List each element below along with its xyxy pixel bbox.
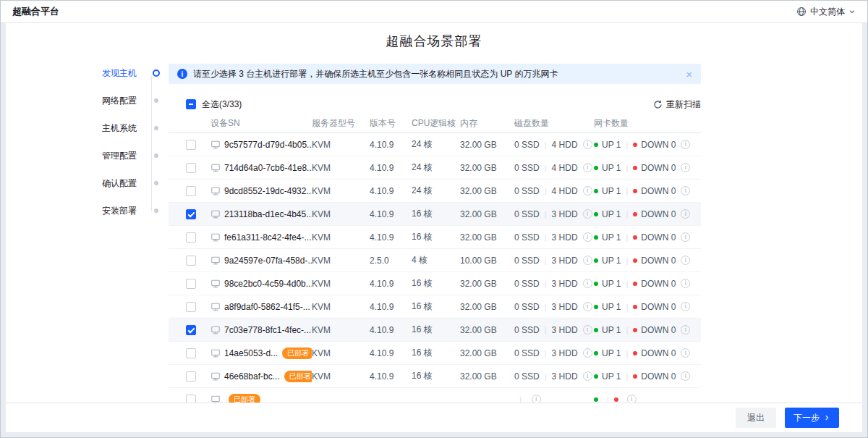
- hdd-count: 3 HDD: [552, 348, 578, 358]
- step-discover-hosts[interactable]: 发现主机: [6, 59, 169, 87]
- cpu-cores: 16 核: [412, 370, 460, 382]
- table-body[interactable]: 9c57577d-d79d-4b05... KVM 4.10.9 24 核 32…: [169, 133, 701, 403]
- row-checkbox[interactable]: [186, 232, 196, 243]
- cpu-cores: 24 核: [412, 161, 460, 174]
- exit-button[interactable]: 退出: [736, 408, 776, 428]
- row-checkbox[interactable]: [186, 163, 196, 173]
- version-number: 4.10.9: [370, 186, 412, 196]
- disk-info-icon[interactable]: i: [583, 256, 592, 265]
- row-checkbox[interactable]: [186, 348, 196, 358]
- step-label: 网络配置: [102, 95, 137, 107]
- table-row[interactable]: 9a24597e-07fa-458d-... KVM 2.5.0 4 核 10.…: [169, 249, 701, 272]
- down-status-dot: [633, 212, 637, 216]
- nic-info-icon[interactable]: i: [681, 256, 690, 265]
- rescan-button[interactable]: 重新扫描: [653, 98, 701, 111]
- select-all-checkbox[interactable]: [186, 99, 196, 109]
- row-checkbox[interactable]: [186, 209, 196, 219]
- disk-info-icon[interactable]: i: [583, 163, 592, 172]
- table-row[interactable]: a8f9daf0-5862-41f5-... KVM 4.10.9 16 核 3…: [169, 295, 701, 319]
- step-confirm-config[interactable]: 确认配置: [6, 169, 169, 197]
- host-icon: [210, 348, 221, 358]
- down-status-dot: [633, 282, 637, 286]
- up-status-dot: [594, 374, 598, 379]
- table-row[interactable]: 9dcd8552-19dc-4932... KVM 4.10.9 24 核 32…: [169, 180, 701, 203]
- ssd-count: 0 SSD: [514, 163, 540, 173]
- nic-info-icon[interactable]: i: [681, 348, 690, 358]
- row-checkbox[interactable]: [186, 279, 196, 289]
- close-icon[interactable]: ×: [686, 69, 692, 80]
- deployed-badge: 已部署: [282, 348, 312, 359]
- row-checkbox[interactable]: [186, 140, 196, 150]
- column-header-version: 版本号: [370, 117, 412, 130]
- nic-info-icon[interactable]: i: [681, 232, 690, 242]
- divider: |: [607, 395, 609, 403]
- nic-info-icon[interactable]: i: [681, 279, 690, 288]
- memory-size: 32.00 GB: [460, 232, 514, 243]
- divider: |: [519, 395, 522, 403]
- memory-size: 32.00 GB: [460, 279, 514, 289]
- table-row[interactable]: 46e68baf-bc... 已部署 KVM 4.10.9 16 核 32.00…: [169, 365, 701, 388]
- table-row[interactable]: 7c03e778-8fc1-4fec-... KVM 4.10.9 16 核 3…: [169, 319, 701, 342]
- row-checkbox[interactable]: [186, 302, 196, 312]
- step-install-deploy[interactable]: 安装部署: [6, 197, 169, 224]
- language-switcher[interactable]: 中文简体: [796, 6, 856, 18]
- disk-info-icon[interactable]: i: [583, 140, 592, 149]
- row-checkbox[interactable]: [186, 395, 196, 403]
- divider: |: [626, 187, 628, 195]
- row-checkbox[interactable]: [186, 256, 196, 266]
- disk-info-icon[interactable]: i: [583, 209, 592, 219]
- device-sn: 9c57577d-d79d-4b05...: [224, 140, 312, 150]
- disk-info-icon[interactable]: i: [583, 279, 592, 288]
- table-row[interactable]: 213118ba-d1ec-4b45... KVM 4.10.9 16 核 32…: [169, 203, 701, 226]
- disk-info-icon[interactable]: i: [583, 302, 592, 311]
- language-label: 中文简体: [810, 6, 845, 18]
- version-number: 2.5.0: [370, 256, 412, 266]
- cpu-cores: 16 核: [412, 277, 460, 290]
- table-row[interactable]: 已部署 | i | i: [169, 388, 701, 403]
- table-row[interactable]: 98ce2bc0-4c59-4d0b... KVM 4.10.9 16 核 32…: [169, 272, 701, 295]
- version-number: 4.10.9: [370, 302, 412, 312]
- table-row[interactable]: 9c57577d-d79d-4b05... KVM 4.10.9 24 核 32…: [169, 133, 701, 156]
- disk-info-icon[interactable]: i: [583, 348, 592, 358]
- divider: |: [545, 279, 547, 288]
- server-model: KVM: [312, 348, 370, 358]
- nic-info-icon[interactable]: i: [681, 209, 690, 219]
- row-checkbox[interactable]: [186, 186, 196, 196]
- row-checkbox[interactable]: [186, 371, 196, 382]
- nic-info-icon[interactable]: i: [681, 140, 690, 149]
- divider: |: [545, 372, 547, 381]
- nic-info-icon[interactable]: i: [681, 163, 690, 172]
- down-status-dot: [633, 143, 637, 147]
- row-checkbox[interactable]: [186, 325, 196, 335]
- table-row[interactable]: 14ae5053-d... 已部署 KVM 4.10.9 16 核 32.00 …: [169, 342, 701, 365]
- nic-info-icon[interactable]: i: [681, 302, 690, 311]
- nic-info-icon[interactable]: i: [681, 371, 690, 381]
- next-step-button[interactable]: 下一步: [785, 408, 839, 428]
- step-management-config[interactable]: 管理配置: [6, 142, 169, 169]
- hdd-count: 3 HDD: [552, 279, 578, 289]
- nic-info-icon[interactable]: i: [681, 186, 690, 195]
- cpu-cores: 4 核: [412, 254, 460, 266]
- nic-info-icon[interactable]: i: [681, 325, 690, 334]
- column-header-model: 服务器型号: [312, 117, 370, 130]
- disk-info-icon[interactable]: i: [532, 395, 541, 403]
- table-row[interactable]: 714d64a0-7cb6-41e8... KVM 4.10.9 24 核 32…: [169, 156, 701, 180]
- disk-info-icon[interactable]: i: [583, 232, 592, 242]
- up-status-dot: [594, 235, 598, 240]
- down-count: DOWN 0: [641, 209, 676, 219]
- up-count: UP 1: [602, 371, 621, 382]
- step-network-config[interactable]: 网络配置: [6, 87, 169, 114]
- version-number: 4.10.9: [370, 140, 412, 150]
- ssd-count: 0 SSD: [514, 256, 540, 266]
- disk-info-icon[interactable]: i: [583, 186, 592, 195]
- device-sn: 14ae5053-d...: [224, 348, 278, 358]
- step-host-system[interactable]: 主机系统: [6, 114, 169, 142]
- up-status-dot: [594, 258, 598, 263]
- divider: |: [626, 326, 628, 334]
- disk-info-icon[interactable]: i: [583, 371, 592, 381]
- step-dot-icon: [154, 126, 158, 130]
- nic-info-icon[interactable]: i: [627, 395, 637, 403]
- table-row[interactable]: fe61a311-8c42-4fe4-... KVM 4.10.9 16 核 3…: [169, 226, 701, 249]
- down-status-dot: [633, 189, 637, 193]
- disk-info-icon[interactable]: i: [583, 325, 592, 334]
